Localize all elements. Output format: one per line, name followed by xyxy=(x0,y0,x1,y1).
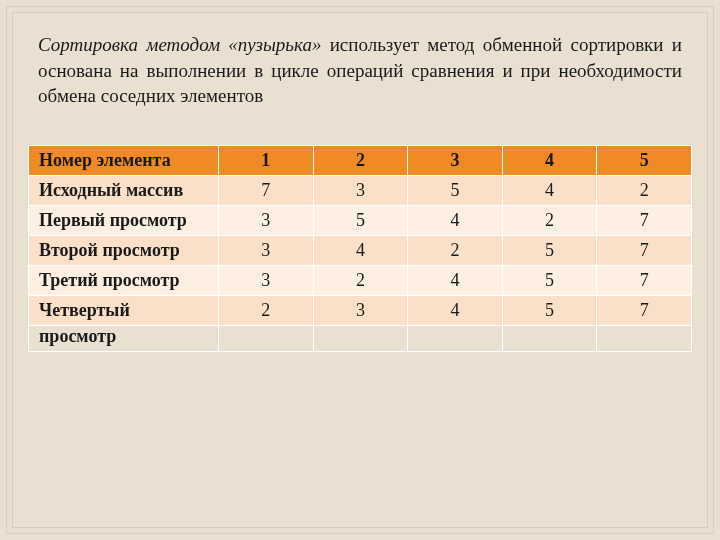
cell: 7 xyxy=(597,235,692,265)
cell: 7 xyxy=(597,205,692,235)
cell: 5 xyxy=(502,265,597,295)
col-header: 1 xyxy=(219,145,314,175)
cell: 3 xyxy=(313,175,408,205)
cell: 4 xyxy=(408,265,503,295)
table-header-row: Номер элемента 1 2 3 4 5 xyxy=(29,145,692,175)
cell: 5 xyxy=(408,175,503,205)
row-label: Первый просмотр xyxy=(29,205,219,235)
cell: 2 xyxy=(219,295,314,325)
col-header: 3 xyxy=(408,145,503,175)
cell: 7 xyxy=(597,265,692,295)
cell: 4 xyxy=(408,205,503,235)
description-lead: Сортировка методом «пузырька» xyxy=(38,34,321,55)
table-row-trailing: просмотр xyxy=(29,325,692,351)
cell: 4 xyxy=(408,295,503,325)
cell: 2 xyxy=(597,175,692,205)
cell: 7 xyxy=(597,295,692,325)
cell: 3 xyxy=(219,205,314,235)
bubble-sort-table: Номер элемента 1 2 3 4 5 Исходный массив… xyxy=(28,145,692,352)
row-label: Четвертый xyxy=(29,295,219,325)
cell: 3 xyxy=(219,235,314,265)
description-paragraph: Сортировка методом «пузырька» использует… xyxy=(38,32,682,109)
header-label: Номер элемента xyxy=(29,145,219,175)
table-row: Первый просмотр 3 5 4 2 7 xyxy=(29,205,692,235)
cell: 4 xyxy=(502,175,597,205)
cell: 5 xyxy=(502,295,597,325)
cell: 2 xyxy=(408,235,503,265)
cell: 4 xyxy=(313,235,408,265)
row-label: Второй просмотр xyxy=(29,235,219,265)
col-header: 4 xyxy=(502,145,597,175)
cell: 2 xyxy=(502,205,597,235)
cell: 5 xyxy=(313,205,408,235)
cell: 3 xyxy=(219,265,314,295)
cell: 7 xyxy=(219,175,314,205)
cell: 3 xyxy=(313,295,408,325)
table-row: Четвертый 2 3 4 5 7 xyxy=(29,295,692,325)
row-label: Исходный массив xyxy=(29,175,219,205)
cell: 2 xyxy=(313,265,408,295)
row-label-trailing: просмотр xyxy=(29,325,219,351)
table-row: Исходный массив 7 3 5 4 2 xyxy=(29,175,692,205)
row-label: Третий просмотр xyxy=(29,265,219,295)
table-row: Второй просмотр 3 4 2 5 7 xyxy=(29,235,692,265)
cell: 5 xyxy=(502,235,597,265)
col-header: 5 xyxy=(597,145,692,175)
col-header: 2 xyxy=(313,145,408,175)
table-row: Третий просмотр 3 2 4 5 7 xyxy=(29,265,692,295)
